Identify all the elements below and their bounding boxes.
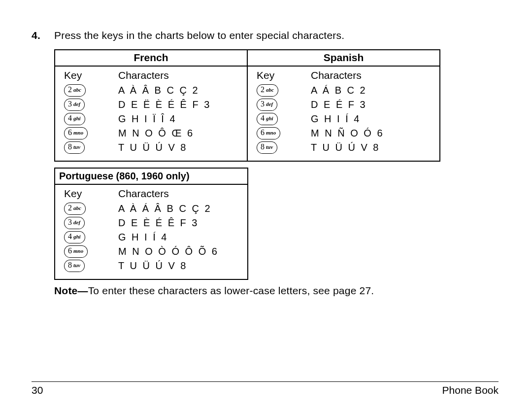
table-row: 8tuv T U Ü Ú V 8 bbox=[64, 141, 242, 154]
table-row: 6mno M N O Ò Ó Ô Õ 6 bbox=[64, 245, 242, 258]
characters-cell: D E Ë È É Ê F 3 bbox=[118, 99, 211, 110]
table-row: 4ghi G H I Í 4 bbox=[257, 113, 434, 125]
characters-cell: D E É F 3 bbox=[311, 99, 367, 110]
characters-cell: G H I Í 4 bbox=[118, 232, 168, 243]
note-line: Note—To enter these characters as lower-… bbox=[54, 284, 499, 298]
characters-cell: A Á B C 2 bbox=[311, 85, 367, 96]
table-row: 6mno M N Ñ O Ó 6 bbox=[257, 127, 434, 139]
key-3-icon: 3def bbox=[64, 217, 85, 229]
portuguese-block: Portuguese (860, 1960 only) Key Characte… bbox=[54, 168, 248, 280]
spanish-block: Spanish Key Characters 2abc A Á B C 2 3d… bbox=[248, 50, 439, 161]
column-headers: Key Characters bbox=[64, 188, 242, 200]
characters-cell: M N O Ô Œ 6 bbox=[118, 128, 194, 139]
table-row: 8tuv T U Ü Ú V 8 bbox=[64, 260, 242, 272]
portuguese-title: Portuguese (860, 1960 only) bbox=[55, 169, 247, 185]
step-number: 4. bbox=[32, 29, 54, 42]
characters-cell: M N Ñ O Ó 6 bbox=[311, 128, 384, 139]
page-number: 30 bbox=[32, 384, 43, 396]
characters-cell: G H I Í 4 bbox=[311, 113, 361, 125]
characters-cell: T U Ü Ú V 8 bbox=[118, 260, 187, 272]
characters-cell: A À Â B C Ç 2 bbox=[118, 85, 200, 96]
table-row: 3def D E Ë È É Ê F 3 bbox=[64, 99, 242, 111]
top-charts: French Key Characters 2abc A À Â B C Ç 2… bbox=[54, 49, 440, 162]
header-key: Key bbox=[257, 69, 311, 81]
table-row: 3def D E È É Ê F 3 bbox=[64, 217, 242, 229]
key-6-icon: 6mno bbox=[64, 127, 88, 139]
key-2-icon: 2abc bbox=[64, 203, 86, 215]
key-8-icon: 8tuv bbox=[64, 260, 85, 272]
key-3-icon: 3def bbox=[257, 99, 277, 111]
page-footer: 30 Phone Book bbox=[32, 381, 499, 396]
note-label: Note— bbox=[54, 285, 88, 296]
key-4-icon: 4ghi bbox=[64, 113, 85, 125]
key-6-icon: 6mno bbox=[64, 245, 88, 258]
table-row: 3def D E É F 3 bbox=[257, 99, 434, 111]
key-8-icon: 8tuv bbox=[64, 141, 85, 154]
table-row: 8tuv T U Ü Ú V 8 bbox=[257, 141, 434, 154]
table-row: 6mno M N O Ô Œ 6 bbox=[64, 127, 242, 139]
header-characters: Characters bbox=[118, 188, 169, 200]
key-3-icon: 3def bbox=[64, 99, 85, 111]
table-row: 2abc A À Â B C Ç 2 bbox=[64, 84, 242, 97]
characters-cell: G H I Ï Î 4 bbox=[118, 113, 177, 125]
french-title: French bbox=[55, 50, 247, 67]
column-headers: Key Characters bbox=[64, 69, 242, 81]
table-row: 2abc A Á B C 2 bbox=[257, 84, 434, 97]
table-row: 2abc A À Á Â B C Ç 2 bbox=[64, 203, 242, 215]
table-row: 4ghi G H I Ï Î 4 bbox=[64, 113, 242, 125]
step-text: Press the keys in the charts below to en… bbox=[54, 29, 344, 42]
key-4-icon: 4ghi bbox=[257, 113, 278, 125]
column-headers: Key Characters bbox=[257, 69, 434, 81]
header-characters: Characters bbox=[311, 69, 362, 81]
characters-cell: A À Á Â B C Ç 2 bbox=[118, 203, 212, 214]
characters-cell: T U Ü Ú V 8 bbox=[311, 142, 380, 153]
key-8-icon: 8tuv bbox=[257, 141, 277, 154]
characters-cell: T U Ü Ú V 8 bbox=[118, 142, 187, 153]
key-4-icon: 4ghi bbox=[64, 231, 85, 243]
header-key: Key bbox=[64, 188, 118, 200]
header-key: Key bbox=[64, 69, 118, 81]
characters-cell: M N O Ò Ó Ô Õ 6 bbox=[118, 246, 219, 257]
table-row: 4ghi G H I Í 4 bbox=[64, 231, 242, 243]
characters-cell: D E È É Ê F 3 bbox=[118, 217, 199, 229]
key-2-icon: 2abc bbox=[257, 84, 278, 97]
french-block: French Key Characters 2abc A À Â B C Ç 2… bbox=[55, 50, 248, 161]
instruction-line: 4. Press the keys in the charts below to… bbox=[32, 29, 499, 42]
key-6-icon: 6mno bbox=[257, 127, 280, 139]
spanish-title: Spanish bbox=[248, 50, 439, 67]
key-2-icon: 2abc bbox=[64, 84, 86, 97]
note-text: To enter these characters as lower-case … bbox=[88, 285, 374, 296]
section-name: Phone Book bbox=[442, 384, 499, 396]
header-characters: Characters bbox=[118, 69, 169, 81]
